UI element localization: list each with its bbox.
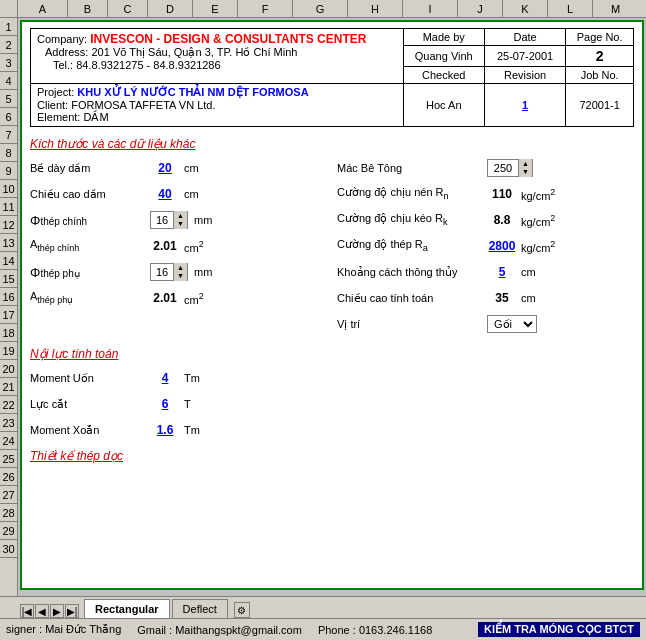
a-phu-value: 2.01 <box>150 291 180 305</box>
row-8: 8 <box>0 144 17 162</box>
phi-chinh-label: Φthép chính <box>30 213 150 228</box>
job-label-cell: Job No. <box>566 67 634 84</box>
phi-phu-label: Φthép phụ <box>30 265 150 280</box>
mac-bt-arrows[interactable]: ▲ ▼ <box>518 159 532 177</box>
phi-phu-up-arrow[interactable]: ▲ <box>177 264 184 272</box>
row-21: 21 <box>0 378 17 396</box>
row-11: 11 <box>0 198 17 216</box>
row-15: 15 <box>0 270 17 288</box>
phi-chinh-down-arrow[interactable]: ▼ <box>177 220 184 228</box>
chieu-cao-dam-label: Chiều cao dầm <box>30 188 150 201</box>
phi-phu-value: 16 <box>151 266 173 278</box>
address-value: 201 Võ Thị Sáu, Quận 3, TP. Hồ Chí Minh <box>91 46 297 58</box>
col-e-header: E <box>193 0 238 17</box>
phi-phu-down-arrow[interactable]: ▼ <box>177 272 184 280</box>
khoang-cach-value[interactable]: 5 <box>487 265 517 279</box>
element-line: Element: DẦM <box>37 111 397 124</box>
noi-luc-section: Moment Uốn 4 Tm Lực cắt 6 T Moment Xoắn … <box>30 367 634 441</box>
col-headers: A B C D E F G H I J K L M <box>0 0 646 18</box>
moment-uon-unit: Tm <box>184 372 200 384</box>
checked-value-cell: Hoc An <box>403 84 484 127</box>
tab-bar: |◀ ◀ ▶ ▶| Rectangular Deflect ⚙ <box>0 596 646 618</box>
col-g-header: G <box>293 0 348 17</box>
be-day-dam-value[interactable]: 20 <box>150 161 180 175</box>
mac-bt-value: 250 <box>488 162 518 174</box>
col-j-header: J <box>458 0 503 17</box>
vi-tri-row: Vị trí Gối Nhịp <box>337 313 634 335</box>
phi-chinh-up-arrow[interactable]: ▲ <box>177 212 184 220</box>
content-area: Company: INVESCON - DESIGN & CONSULTANTS… <box>18 18 646 596</box>
vi-tri-select[interactable]: Gối Nhịp <box>487 315 537 333</box>
cuong-thep-unit: kg/cm2 <box>521 239 555 254</box>
chieu-cao-dam-value[interactable]: 40 <box>150 187 180 201</box>
phi-phu-spinner[interactable]: 16 ▲ ▼ <box>150 263 188 281</box>
a-phu-label: Athép phụ <box>30 290 150 305</box>
a-chinh-value: 2.01 <box>150 239 180 253</box>
tab-next-btn[interactable]: ▶ <box>50 604 64 618</box>
be-day-dam-row: Bề dày dầm 20 cm <box>30 157 327 179</box>
vi-tri-label: Vị trí <box>337 318 487 331</box>
row-3: 3 <box>0 54 17 72</box>
element-label: Element: <box>37 111 80 123</box>
row-19: 19 <box>0 342 17 360</box>
tab-deflect[interactable]: Deflect <box>172 599 228 618</box>
row-17: 17 <box>0 306 17 324</box>
section3-title: Thiết kế thép dọc <box>30 449 634 463</box>
job-value-cell: 72001-1 <box>566 84 634 127</box>
tab-first-btn[interactable]: |◀ <box>20 604 34 618</box>
row-5: 5 <box>0 90 17 108</box>
project-value: KHU XỬ LÝ NƯỚC THẢI NM DỆT FORMOSA <box>77 86 308 98</box>
row-7: 7 <box>0 126 17 144</box>
project-label: Project: <box>37 86 74 98</box>
company-line: Company: INVESCON - DESIGN & CONSULTANTS… <box>37 32 397 46</box>
company-label: Company: <box>37 33 87 45</box>
phi-chinh-unit: mm <box>194 214 212 226</box>
main-area: 1 2 3 4 5 6 7 8 9 10 11 12 13 14 15 16 1… <box>0 18 646 596</box>
moment-uon-value[interactable]: 4 <box>150 371 180 385</box>
luc-cat-row: Lực cắt 6 T <box>30 393 634 415</box>
tab-extra-btn[interactable]: ⚙ <box>234 602 250 618</box>
right-status: KIỂM TRA MÓNG CỌC BTCT <box>478 622 640 637</box>
row-14: 14 <box>0 252 17 270</box>
element-value: DẦM <box>83 111 108 123</box>
tab-prev-btn[interactable]: ◀ <box>35 604 49 618</box>
mac-bt-down-arrow[interactable]: ▼ <box>522 168 529 176</box>
tab-rectangular[interactable]: Rectangular <box>84 599 170 618</box>
a-chinh-row: Athép chính 2.01 cm2 <box>30 235 327 257</box>
phone-status: Phone : 0163.246.1168 <box>318 624 432 636</box>
a-phu-row: Athép phụ 2.01 cm2 <box>30 287 327 309</box>
client-line: Client: FORMOSA TAFFETA VN Ltd. <box>37 99 397 111</box>
moment-xoan-value[interactable]: 1.6 <box>150 423 180 437</box>
row-4: 4 <box>0 72 17 90</box>
cuong-thep-row: Cường độ thép Ra 2800 kg/cm2 <box>337 235 634 257</box>
mac-bt-up-arrow[interactable]: ▲ <box>522 160 529 168</box>
col-m-header: M <box>593 0 638 17</box>
row-16: 16 <box>0 288 17 306</box>
cuong-keo-row: Cường độ chịu kéo Rk 8.8 kg/cm2 <box>337 209 634 231</box>
params-section: Bề dày dầm 20 cm Chiều cao dầm 40 cm Φth… <box>30 157 634 339</box>
params-right: Mác Bê Tông 250 ▲ ▼ Cường độ chịu nén Rn <box>327 157 634 339</box>
chieu-cao-tinh-label: Chiều cao tính toán <box>337 292 487 305</box>
row-12: 12 <box>0 216 17 234</box>
phi-chinh-value: 16 <box>151 214 173 226</box>
cuong-nen-value: 110 <box>487 187 517 201</box>
cuong-thep-value[interactable]: 2800 <box>487 239 517 253</box>
row-numbers: 1 2 3 4 5 6 7 8 9 10 11 12 13 14 15 16 1… <box>0 18 18 596</box>
khoang-cach-unit: cm <box>521 266 536 278</box>
moment-xoan-row: Moment Xoắn 1.6 Tm <box>30 419 634 441</box>
mac-bt-spinner[interactable]: 250 ▲ ▼ <box>487 159 533 177</box>
row-9: 9 <box>0 162 17 180</box>
row-29: 29 <box>0 522 17 540</box>
luc-cat-value[interactable]: 6 <box>150 397 180 411</box>
chieu-cao-tinh-row: Chiều cao tính toán 35 cm <box>337 287 634 309</box>
phi-chinh-arrows[interactable]: ▲ ▼ <box>173 211 187 229</box>
tab-last-btn[interactable]: ▶| <box>65 604 79 618</box>
phi-chinh-spinner[interactable]: 16 ▲ ▼ <box>150 211 188 229</box>
col-c-header: C <box>108 0 148 17</box>
header-table: Company: INVESCON - DESIGN & CONSULTANTS… <box>30 28 634 127</box>
row-1: 1 <box>0 18 17 36</box>
row-23: 23 <box>0 414 17 432</box>
tel-value: 84.8.9321275 - 84.8.9321286 <box>76 59 220 71</box>
cuong-thep-label: Cường độ thép Ra <box>337 238 487 253</box>
phi-phu-arrows[interactable]: ▲ ▼ <box>173 263 187 281</box>
